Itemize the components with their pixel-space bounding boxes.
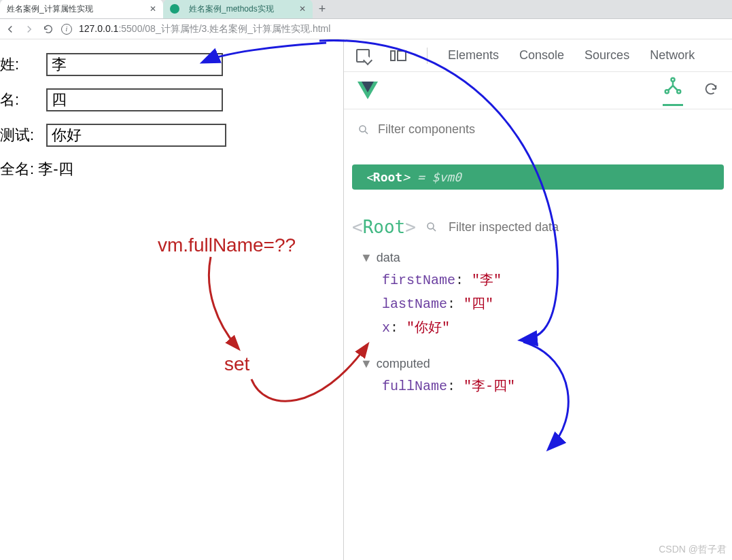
close-icon[interactable]: ✕	[150, 4, 156, 14]
value-fullname: 李-四	[38, 160, 73, 177]
inspect-header-row: <Root>	[344, 196, 732, 244]
vue-logo-icon	[358, 82, 378, 99]
responsive-icon[interactable]	[390, 50, 406, 61]
kv-firstname: firstName: "李"	[344, 268, 732, 292]
close-icon[interactable]: ✕	[299, 4, 306, 14]
input-lastname[interactable]	[46, 88, 223, 111]
input-firstname[interactable]	[46, 53, 223, 76]
url-text[interactable]: 127.0.0.1:5500/08_计算属性/3.姓名案例_计算属性实现.htm…	[79, 23, 330, 35]
kv-fullname: fullName: "李-四"	[344, 374, 732, 398]
label-lastname: 名:	[0, 90, 41, 110]
tab-title: 姓名案例_methods实现	[189, 3, 274, 15]
tab-sources[interactable]: Sources	[585, 48, 629, 63]
components-tab-icon[interactable]	[663, 75, 683, 106]
inspect-icon[interactable]	[356, 49, 370, 63]
new-tab-button[interactable]: +	[313, 0, 332, 18]
filter-components-row	[344, 109, 732, 144]
search-icon	[358, 124, 370, 136]
annotation-question: vm.fullName=??	[158, 234, 296, 256]
tab-elements[interactable]: Elements	[448, 48, 499, 63]
site-info-icon[interactable]: i	[61, 24, 72, 35]
annotation-set: set	[224, 353, 249, 375]
section-computed[interactable]: ▼computed	[344, 350, 732, 374]
tab-title: 姓名案例_计算属性实现	[7, 3, 93, 15]
search-icon	[425, 221, 438, 233]
svg-point-3	[360, 126, 366, 132]
label-firstname: 姓:	[0, 54, 41, 75]
back-icon[interactable]	[4, 23, 16, 35]
devtools-panel: Elements Console Sources Network <Root> …	[343, 39, 732, 560]
input-test[interactable]	[46, 124, 226, 147]
browser-tab-active[interactable]: 姓名案例_计算属性实现 ✕	[0, 0, 163, 18]
root-component-badge[interactable]: <Root> = $vm0	[352, 164, 724, 190]
browser-tabbar: 姓名案例_计算属性实现 ✕ 姓名案例_methods实现 ✕ +	[0, 0, 732, 19]
devtools-topbar: Elements Console Sources Network	[344, 39, 732, 72]
vue-devtools-bar	[344, 72, 732, 109]
refresh-icon[interactable]	[703, 82, 718, 99]
watermark: CSDN @哲子君	[659, 544, 727, 556]
svg-point-4	[428, 223, 434, 229]
filter-components-input[interactable]	[377, 122, 580, 137]
tab-console[interactable]: Console	[519, 48, 564, 63]
reload-icon[interactable]	[42, 23, 54, 35]
label-fullname: 全名:	[0, 160, 34, 177]
devtools-tabs: Elements Console Sources Network	[448, 48, 695, 63]
browser-urlbar: i 127.0.0.1:5500/08_计算属性/3.姓名案例_计算属性实现.h…	[0, 19, 732, 39]
browser-tab-inactive[interactable]: 姓名案例_methods实现 ✕	[163, 0, 313, 18]
kv-lastname: lastName: "四"	[344, 292, 732, 315]
svg-point-0	[672, 77, 675, 81]
tab-network[interactable]: Network	[650, 48, 695, 63]
label-test: 测试:	[0, 125, 41, 145]
forward-icon[interactable]	[23, 23, 35, 35]
section-data[interactable]: ▼data	[344, 244, 732, 268]
root-tag: <Root>	[352, 217, 416, 237]
filter-inspected-input[interactable]	[447, 220, 597, 235]
separator	[427, 48, 428, 64]
kv-x: x: "你好"	[344, 315, 732, 339]
